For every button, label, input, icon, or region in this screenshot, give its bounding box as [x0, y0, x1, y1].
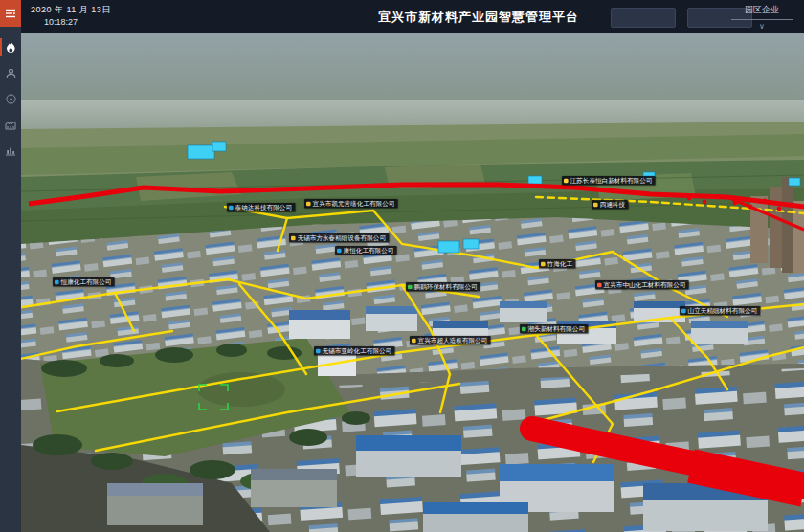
page-title: 宜兴市新材料产业园智慧管理平台	[354, 0, 603, 33]
company-pin-icon	[412, 338, 416, 343]
company-label[interactable]: 江苏长泰恒白新材料有限公司	[562, 176, 656, 185]
hamburger-menu-icon[interactable]	[0, 0, 21, 27]
company-label[interactable]: 无锡市方永春精细设备有限公司	[289, 233, 389, 242]
company-name: 恒康化工有限公司	[61, 278, 112, 285]
power-icon	[6, 94, 16, 104]
company-name: 四通科技	[600, 201, 625, 208]
company-pin-icon	[564, 178, 569, 183]
company-name: 宜兴市中山化工材料有限公司	[604, 281, 686, 288]
company-label[interactable]: 宜兴市中山化工材料有限公司	[595, 280, 689, 289]
flame-icon	[6, 41, 16, 54]
company-name: 无锡市方永春精细设备有限公司	[298, 234, 386, 241]
company-name: 竹海化工	[547, 260, 572, 267]
management-button[interactable]	[611, 8, 676, 28]
company-pin-icon	[291, 235, 296, 240]
company-pin-icon	[408, 284, 413, 289]
chevron-down-icon: ∨	[731, 20, 793, 31]
company-label[interactable]: 泰纳达科技有限公司	[227, 203, 295, 211]
current-date: 2020 年 11 月 13日	[31, 4, 111, 16]
company-label[interactable]: 鹏鹞环保材料有限公司	[406, 282, 480, 291]
bar-chart-icon	[5, 145, 16, 156]
person-icon	[6, 68, 16, 78]
company-labels: 泰纳达科技有限公司 宜兴市凯元营缮化工有限公司 无锡市方永春精细设备有限公司 康…	[21, 33, 804, 532]
dropdown-label: 园区企业	[731, 4, 793, 20]
sidebar-item-enterprise[interactable]	[0, 112, 21, 138]
factory-icon	[5, 120, 16, 130]
company-label[interactable]: 宜兴市超人造板有限公司	[410, 336, 490, 344]
company-label[interactable]: 康恒化工有限公司	[335, 246, 397, 255]
company-label[interactable]: 恒康化工有限公司	[53, 277, 115, 286]
park-enterprise-dropdown[interactable]: 园区企业 ∨	[731, 4, 793, 31]
map-3d-view[interactable]: 泰纳达科技有限公司 宜兴市凯元营缮化工有限公司 无锡市方永春精细设备有限公司 康…	[21, 33, 804, 532]
current-time: 10:18:27	[44, 17, 78, 27]
company-name: 无锡市亚岭化工有限公司	[323, 347, 392, 354]
company-pin-icon	[597, 282, 602, 287]
company-label[interactable]: 竹海化工	[539, 259, 575, 268]
sidebar	[0, 0, 21, 532]
sidebar-item-energy[interactable]	[0, 86, 21, 112]
company-pin-icon	[522, 326, 526, 331]
sidebar-item-fire-monitor[interactable]	[0, 34, 21, 60]
company-name: 康恒化工有限公司	[344, 247, 394, 254]
company-pin-icon	[681, 308, 686, 313]
company-pin-icon	[306, 201, 311, 206]
company-name: 泰纳达科技有限公司	[235, 204, 292, 211]
sidebar-item-personnel[interactable]	[0, 60, 21, 86]
sidebar-item-statistics[interactable]	[0, 138, 21, 164]
company-label[interactable]: 四通科技	[592, 200, 628, 209]
company-name: 山立天精细材料有限公司	[688, 307, 758, 314]
top-header: 2020 年 11 月 13日 10:18:27 宜兴市新材料产业园智慧管理平台…	[21, 0, 804, 33]
company-pin-icon	[55, 279, 59, 284]
company-pin-icon	[229, 205, 234, 210]
company-name: 江苏长泰恒白新材料有限公司	[570, 177, 653, 184]
company-pin-icon	[541, 261, 546, 266]
company-name: 宜兴市凯元营缮化工有限公司	[313, 200, 395, 207]
company-label[interactable]: 潮头新材料有限公司	[520, 324, 588, 333]
smart-park-platform: 2020 年 11 月 13日 10:18:27 宜兴市新材料产业园智慧管理平台…	[0, 0, 804, 532]
company-label[interactable]: 无锡市亚岭化工有限公司	[314, 346, 394, 355]
company-name: 潮头新材料有限公司	[528, 325, 585, 332]
company-pin-icon	[316, 348, 321, 353]
company-pin-icon	[593, 202, 598, 207]
company-name: 鹏鹞环保材料有限公司	[414, 283, 478, 290]
company-label[interactable]: 山立天精细材料有限公司	[680, 306, 760, 315]
company-pin-icon	[337, 248, 342, 253]
company-label[interactable]: 宜兴市凯元营缮化工有限公司	[304, 199, 398, 208]
company-name: 宜兴市超人造板有限公司	[418, 337, 488, 344]
